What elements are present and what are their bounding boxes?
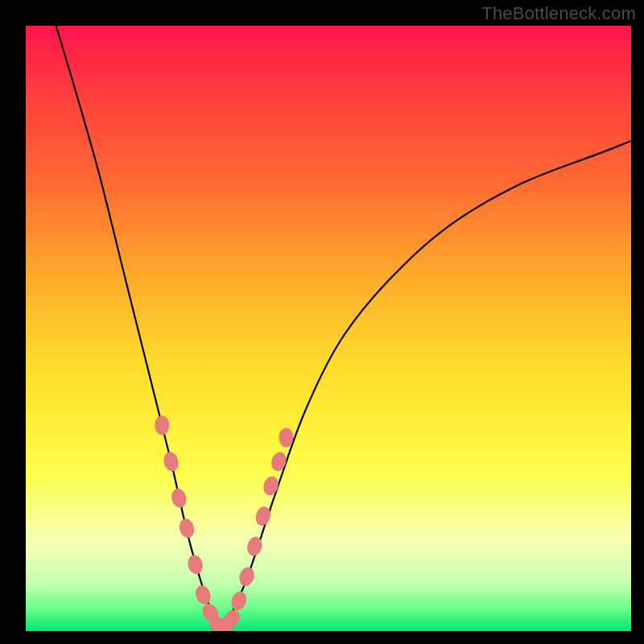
highlight-beads [155,415,293,631]
bead [186,553,204,576]
bead [170,487,188,509]
bottleneck-curve [56,26,631,625]
curve-layer [26,26,631,631]
plot-area [26,26,631,631]
bead [262,474,281,497]
bead [177,517,196,539]
bead [237,565,257,588]
bead [269,450,288,473]
bead [155,415,169,435]
bead [279,427,293,447]
watermark-text: TheBottleneck.com [481,3,636,24]
bead [229,589,249,613]
bead [193,584,213,606]
chart-frame: TheBottleneck.com [0,0,644,644]
bead [162,451,180,473]
